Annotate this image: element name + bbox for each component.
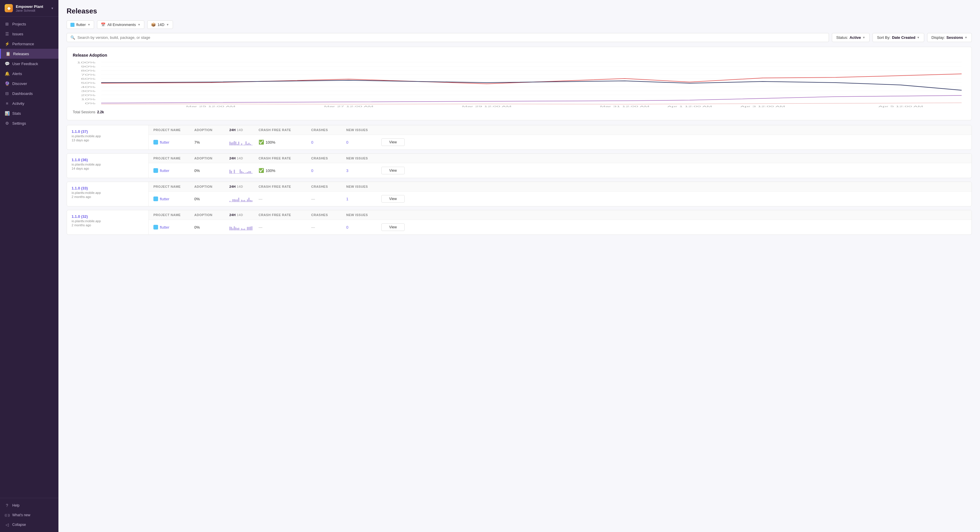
sortby-filter-button[interactable]: Sort By: Date Created ▼ [872, 33, 924, 42]
releases-list: 1.1.0 (37) io.planttv.mobile.app 13 days… [67, 125, 972, 235]
release-table: PROJECT NAME ADOPTION 24H 14D CRASH FREE… [149, 182, 972, 206]
spark-bar [240, 169, 241, 174]
view-button[interactable]: View [381, 167, 405, 174]
col-new-issues: NEW ISSUES [346, 128, 381, 132]
sidebar-item-discover[interactable]: 🔮 Discover [0, 79, 59, 89]
spark-bar [234, 141, 235, 145]
sidebar-item-releases-label: Releases [13, 52, 29, 56]
release-version[interactable]: 1.1.0 (36) [72, 158, 88, 162]
release-card: 1.1.0 (32) io.planttv.mobile.app 2 month… [67, 210, 972, 235]
release-table: PROJECT NAME ADOPTION 24H 14D CRASH FREE… [149, 154, 972, 178]
status-filter-button[interactable]: Status: Active ▼ [832, 33, 870, 42]
org-name: Empower Plant [16, 5, 48, 9]
spark-bar [247, 172, 248, 174]
spark-bar [251, 226, 253, 230]
spark-bar [229, 227, 231, 230]
spark-bar [241, 228, 242, 230]
table-header: PROJECT NAME ADOPTION 24H 14D CRASH FREE… [149, 154, 972, 163]
release-version[interactable]: 1.1.0 (32) [72, 214, 88, 219]
sidebar-item-alerts[interactable]: 🔔 Alerts [0, 68, 59, 79]
sidebar-header[interactable]: ◆ Empower Plant Jane Schmidt ▼ [0, 0, 59, 17]
col-14d: 14D [237, 185, 243, 188]
view-button[interactable]: View [381, 138, 405, 146]
table-row: flutter 0% — — 1 View [149, 192, 972, 206]
spark-bar [238, 228, 239, 230]
status-chevron-icon: ▼ [862, 36, 865, 39]
release-adoption-chart-card: Release Adoption 100% 90% 80% 70% 60% 50… [67, 47, 972, 120]
new-issues-val: 1 [346, 197, 381, 201]
sidebar-item-projects-label: Projects [12, 22, 26, 26]
sidebar-item-activity-label: Activity [12, 101, 24, 106]
col-24h: 24H [229, 213, 236, 217]
project-name: flutter [160, 225, 169, 230]
svg-text:50%: 50% [81, 81, 95, 84]
activity-icon: ≡ [5, 101, 10, 106]
new-issues-val: 0 [346, 225, 381, 230]
sidebar-item-stats[interactable]: 📊 Stats [0, 108, 59, 118]
sidebar-item-issues[interactable]: ☰ Issues [0, 29, 59, 39]
spark-bar [250, 144, 251, 145]
adoption-pct: 0% [194, 168, 229, 173]
spark-bar [244, 173, 245, 174]
spark-bar [242, 145, 244, 145]
sidebar-item-dashboards[interactable]: ⊟ Dashboards [0, 89, 59, 98]
col-adoption: ADOPTION [194, 213, 229, 217]
spark-bars [229, 195, 259, 202]
svg-text:30%: 30% [81, 90, 95, 92]
svg-text:Mar 29 12:00 AM: Mar 29 12:00 AM [462, 105, 511, 108]
sidebar-item-help[interactable]: ? Help [0, 500, 59, 510]
spark-bar [247, 199, 248, 202]
release-header: 1.1.0 (32) io.planttv.mobile.app 2 month… [67, 210, 972, 235]
release-age: 2 months ago [72, 195, 144, 199]
sidebar-item-user-feedback-label: User Feedback [12, 62, 38, 66]
sidebar-item-user-feedback[interactable]: 💬 User Feedback [0, 59, 59, 68]
release-card: 1.1.0 (37) io.planttv.mobile.app 13 days… [67, 125, 972, 150]
spark-bar [238, 173, 239, 174]
release-header: 1.1.0 (36) io.planttv.mobile.app 14 days… [67, 154, 972, 178]
release-info: 1.1.0 (33) io.planttv.mobile.app 2 month… [67, 182, 149, 206]
flutter-icon [70, 23, 75, 27]
col-new-issues: NEW ISSUES [346, 213, 381, 217]
environment-filter-button[interactable]: 📅 All Environments ▼ [97, 21, 144, 29]
spark-bar [231, 171, 232, 174]
environment-filter-label: All Environments [107, 22, 136, 27]
release-header: 1.1.0 (37) io.planttv.mobile.app 13 days… [67, 125, 972, 149]
sidebar-item-projects[interactable]: ⊞ Projects [0, 19, 59, 29]
flutter-badge-icon [153, 197, 158, 201]
sidebar-item-performance[interactable]: ⚡ Performance [0, 39, 59, 49]
release-version[interactable]: 1.1.0 (33) [72, 186, 88, 191]
sidebar-item-collapse[interactable]: ◁ Collapse [0, 520, 59, 530]
chart-area: 100% 90% 80% 70% 60% 50% 40% 30% 20% 10%… [73, 61, 966, 108]
spark-bar [232, 142, 234, 145]
performance-icon: ⚡ [5, 41, 10, 46]
spark-bar [250, 200, 251, 202]
svg-text:Apr 5 12:00 AM: Apr 5 12:00 AM [878, 105, 923, 108]
crashes-val: 0 [311, 140, 346, 145]
search-input[interactable] [78, 35, 825, 40]
view-button[interactable]: View [381, 223, 405, 231]
table-header: PROJECT NAME ADOPTION 24H 14D CRASH FREE… [149, 182, 972, 192]
new-issues-val: 3 [346, 168, 381, 173]
display-value: Sessions [947, 35, 963, 40]
spark-bar [241, 200, 242, 202]
spark-bar [248, 227, 250, 230]
col-project-name: PROJECT NAME [153, 157, 194, 160]
sidebar-item-performance-label: Performance [12, 42, 34, 46]
col-14d: 14D [237, 157, 243, 160]
project-filter-button[interactable]: flutter ▼ [67, 21, 94, 29]
view-button[interactable]: View [381, 195, 405, 203]
sidebar-item-whats-new[interactable]: ((·)) What's new [0, 510, 59, 520]
svg-text:60%: 60% [81, 77, 95, 80]
sidebar-item-activity[interactable]: ≡ Activity [0, 98, 59, 108]
project-name: flutter [160, 168, 169, 173]
release-version[interactable]: 1.1.0 (37) [72, 129, 88, 134]
timerange-filter-button[interactable]: 📦 14D ▼ [147, 21, 173, 29]
sidebar-item-alerts-label: Alerts [12, 71, 22, 76]
display-filter-button[interactable]: Display: Sessions ▼ [927, 33, 972, 42]
sidebar-item-settings[interactable]: ⚙ Settings [0, 118, 59, 128]
crashes-val: 0 [311, 168, 346, 173]
sidebar-item-releases[interactable]: 📋 Releases [0, 49, 59, 59]
timerange-filter-chevron-icon: ▼ [166, 23, 169, 26]
release-age: 2 months ago [72, 223, 144, 227]
crash-free-pct: 100% [266, 140, 275, 145]
